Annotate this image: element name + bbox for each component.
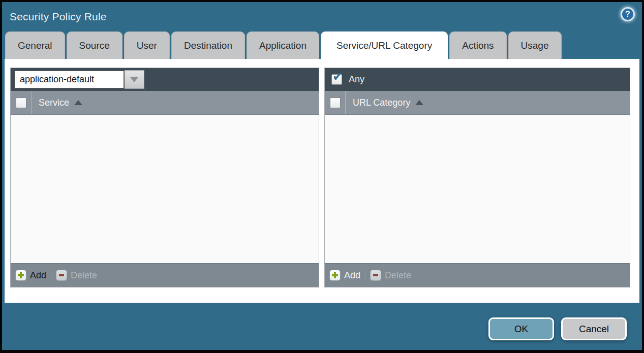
add-plus-icon (15, 270, 26, 281)
service-type-select[interactable]: application-default (14, 70, 144, 89)
any-label: Any (349, 74, 364, 85)
tab-usage[interactable]: Usage (508, 31, 562, 59)
service-panel-toolbar: Add Delete (11, 263, 319, 287)
service-type-select-button[interactable] (125, 70, 144, 89)
service-panel-topbar: application-default (11, 68, 319, 91)
dialog-title: Security Policy Rule (10, 11, 107, 23)
tab-general[interactable]: General (5, 31, 65, 59)
security-policy-rule-dialog: Security Policy Rule ? General Source Us… (2, 2, 642, 350)
service-column-header-row: Service (11, 91, 319, 115)
url-category-column-header[interactable]: URL Category (353, 98, 410, 108)
url-category-panel: ✔ Any URL Category (324, 68, 630, 287)
url-category-header-checkbox-cell (325, 91, 346, 114)
url-category-add-label: Add (344, 270, 360, 281)
delete-minus-icon (370, 270, 381, 281)
url-category-list-empty[interactable] (325, 115, 630, 263)
dialog-titlebar: Security Policy Rule ? (2, 2, 642, 31)
service-panel: application-default Service (10, 68, 319, 287)
tab-bar: General Source User Destination Applicat… (2, 31, 642, 59)
service-delete-button[interactable]: Delete (56, 270, 97, 281)
dialog-footer: OK Cancel (2, 303, 642, 350)
tab-service-url-category[interactable]: Service/URL Category (321, 31, 448, 59)
url-category-select-all-checkbox[interactable] (330, 98, 341, 108)
service-add-label: Add (30, 270, 46, 281)
sort-ascending-icon[interactable] (415, 100, 423, 105)
any-checkbox[interactable]: ✔ (331, 74, 342, 85)
service-select-all-checkbox[interactable] (16, 98, 26, 108)
service-type-select-value[interactable]: application-default (14, 70, 125, 89)
tab-application[interactable]: Application (247, 31, 319, 59)
tab-destination[interactable]: Destination (171, 31, 245, 59)
help-icon[interactable]: ? (621, 7, 635, 21)
service-delete-label: Delete (71, 270, 97, 281)
tab-actions[interactable]: Actions (449, 31, 506, 59)
toolbar-divider (365, 269, 365, 281)
url-category-delete-button[interactable]: Delete (370, 270, 411, 281)
service-header-checkbox-cell (11, 91, 32, 114)
cancel-button[interactable]: Cancel (561, 317, 627, 340)
chevron-down-icon (130, 77, 138, 82)
add-plus-icon (329, 270, 341, 281)
service-add-button[interactable]: Add (15, 270, 46, 281)
tab-content: application-default Service (5, 59, 639, 303)
url-category-delete-label: Delete (385, 270, 411, 281)
service-column-header[interactable]: Service (39, 98, 69, 108)
screen-border: Security Policy Rule ? General Source Us… (0, 0, 644, 353)
tab-user[interactable]: User (124, 31, 170, 59)
service-list-empty[interactable] (11, 115, 319, 263)
url-category-column-header-row: URL Category (325, 91, 630, 115)
toolbar-divider (51, 269, 51, 281)
url-category-panel-topbar: ✔ Any (325, 68, 630, 91)
tab-source[interactable]: Source (67, 31, 122, 59)
sort-ascending-icon[interactable] (74, 100, 82, 105)
checkmark-icon: ✔ (332, 71, 343, 83)
url-category-panel-toolbar: Add Delete (325, 263, 630, 287)
ok-button[interactable]: OK (488, 317, 554, 340)
url-category-add-button[interactable]: Add (329, 270, 360, 281)
delete-minus-icon (56, 270, 67, 281)
